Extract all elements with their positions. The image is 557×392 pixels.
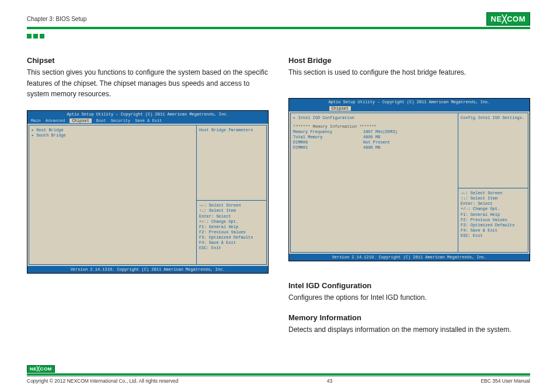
help-line: +/-: Change Opt. — [199, 219, 264, 225]
igd-body: Configures the options for Intel IGD fun… — [288, 292, 530, 303]
bios-bottom: Version 2.14.1219. Copyright (C) 2011 Am… — [289, 254, 530, 261]
chapter-label: Chapter 3: BIOS Setup — [27, 16, 86, 22]
help-line: F1: General Help — [461, 212, 525, 218]
help-line: F3: Optimized Defaults — [199, 235, 264, 240]
bios-left-pane: ▸ Intel IGD Configuration ******* Memory… — [290, 113, 458, 253]
bios-bottom: Version 2.14.1219. Copyright (C) 2011 Am… — [27, 266, 268, 273]
menu-main: Main — [31, 118, 41, 123]
bios-screenshot-chipset: Aptio Setup Utility – Copyright (C) 2011… — [27, 110, 269, 274]
bios-item: ▸ South Bridge — [32, 133, 194, 138]
mem-row: DIMM#14096 MB — [293, 145, 455, 150]
bios-help-pane: →←: Select Screen ↑↓: Select Item Enter:… — [458, 188, 528, 252]
help-line: F2: Previous Values — [461, 218, 525, 223]
mem-row: Total Memory4096 MB — [293, 135, 455, 140]
help-line: →←: Select Screen — [461, 191, 525, 196]
chipset-body: This section gives you functions to conf… — [27, 67, 269, 100]
bios-item: ▸ Host Bridge — [32, 128, 194, 133]
bios-title: Aptio Setup Utility – Copyright (C) 2011… — [27, 111, 268, 118]
menu-chipset: Chipset — [329, 106, 351, 111]
help-line: F2: Previous Values — [199, 230, 264, 235]
bios-menu: Main Advanced Chipset — [289, 106, 530, 111]
help-line: F4: Save & Exit — [199, 240, 264, 246]
mem-row: Memory Frequency1067 MHz(DDR3) — [293, 130, 455, 135]
mem-info-title: ******* Memory Information ******* — [293, 124, 455, 130]
help-line: F3: Optimized Defaults — [461, 223, 525, 228]
help-line: ↑↓: Select Item — [461, 196, 525, 201]
menu-boot: Boot — [96, 118, 106, 123]
hostbridge-body: This section is used to configure the ho… — [288, 67, 530, 78]
bios-left-pane: ▸ Host Bridge ▸ South Bridge — [29, 125, 197, 265]
help-line: ↑↓: Select Item — [199, 208, 264, 214]
help-line: ESC: Exit — [199, 246, 264, 251]
bios-menu: Main Advanced Chipset Boot Security Save… — [27, 118, 268, 124]
bios-right-desc: Config Intel IGD Settings. — [458, 113, 528, 189]
bios-title: Aptio Setup Utility – Copyright (C) 2011… — [289, 99, 530, 106]
bios-help-pane: →←: Select Screen ↑↓: Select Item Enter:… — [197, 201, 267, 264]
menu-security: Security — [111, 118, 131, 123]
help-line: F1: General Help — [199, 225, 264, 230]
brand-logo: NE╳COM — [486, 12, 530, 26]
footer-logo: NE╳COM — [27, 362, 530, 373]
header-rule — [27, 27, 530, 29]
help-line: →←: Select Screen — [199, 203, 264, 208]
bios-right-desc: Host Bridge Parameters — [197, 125, 267, 201]
footer-rule — [27, 373, 530, 376]
decor-squares — [27, 34, 44, 38]
footer-doc: EBC 354 User Manual — [481, 378, 530, 384]
menu-advanced: Advanced — [46, 118, 65, 123]
igd-heading: Intel IGD Configuration — [288, 281, 530, 290]
page-number: 43 — [327, 378, 332, 384]
help-line: F4: Save & Exit — [461, 228, 525, 233]
meminfo-heading: Memory Information — [288, 313, 530, 322]
bios-screenshot-hostbridge: Aptio Setup Utility – Copyright (C) 2011… — [288, 98, 530, 261]
help-line: ESC: Exit — [461, 233, 525, 239]
meminfo-body: Detects and displays information on the … — [288, 324, 530, 335]
help-line: Enter: Select — [199, 214, 264, 219]
menu-save-exit: Save & Exit — [135, 118, 162, 123]
mem-row: DIMM#0Not Present — [293, 140, 455, 145]
menu-chipset: Chipset — [69, 118, 91, 123]
hostbridge-heading: Host Bridge — [288, 56, 530, 65]
help-line: Enter: Select — [461, 201, 525, 206]
bios-item: ▸ Intel IGD Configuration — [293, 116, 455, 121]
chipset-heading: Chipset — [27, 56, 269, 65]
footer-copyright: Copyright © 2012 NEXCOM International Co… — [27, 378, 179, 384]
help-line: +/-: Change Opt. — [461, 206, 525, 212]
